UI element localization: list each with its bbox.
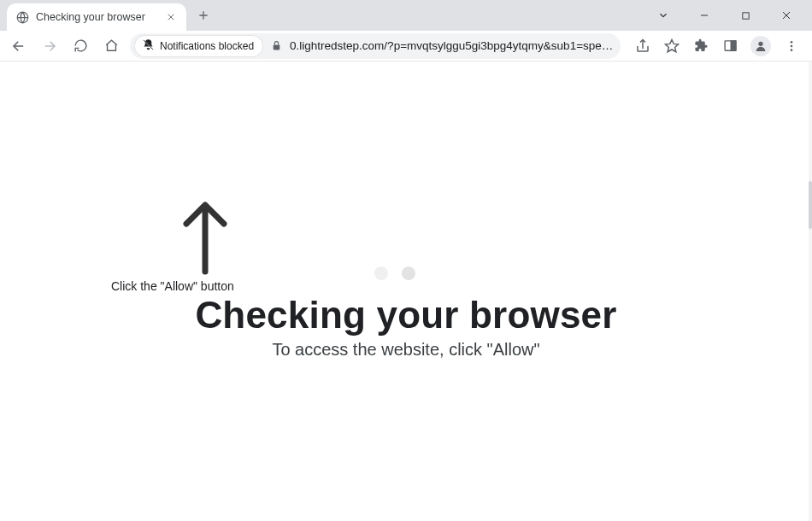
plus-icon	[197, 9, 209, 21]
svg-point-5	[758, 41, 762, 45]
reload-icon	[74, 38, 88, 53]
page-content: Click the "Allow" button Checking your b…	[0, 61, 812, 521]
toolbar-actions	[627, 36, 805, 56]
page-headline: Checking your browser	[0, 294, 812, 337]
svg-point-7	[791, 44, 793, 47]
browser-tab[interactable]: Checking your browser	[7, 3, 186, 31]
puzzle-icon	[694, 38, 709, 53]
content-scrollbar[interactable]	[809, 61, 812, 521]
loading-dot	[374, 266, 388, 280]
up-arrow-graphic	[171, 198, 239, 275]
browser-toolbar: Notifications blocked 0.lightredstep.com…	[0, 31, 812, 61]
browser-tab-strip: Checking your browser	[0, 0, 812, 31]
minimize-icon	[699, 10, 709, 20]
window-maximize-button[interactable]	[733, 3, 757, 27]
window-controls	[638, 0, 812, 31]
window-minimize-button[interactable]	[692, 3, 716, 27]
window-close-button[interactable]	[774, 3, 798, 27]
notifications-blocked-label: Notifications blocked	[160, 40, 254, 52]
notifications-blocked-chip[interactable]: Notifications blocked	[135, 36, 262, 56]
svg-rect-1	[742, 12, 748, 18]
bookmark-button[interactable]	[663, 38, 680, 55]
menu-button[interactable]	[783, 38, 800, 55]
chevron-down-icon	[657, 9, 669, 21]
svg-point-6	[791, 41, 793, 44]
forward-button[interactable]	[38, 34, 62, 58]
svg-point-8	[791, 49, 793, 51]
close-icon	[781, 10, 791, 20]
share-icon	[635, 38, 650, 54]
home-icon	[104, 38, 119, 53]
tab-title: Checking your browser	[36, 11, 157, 23]
person-icon	[754, 39, 768, 53]
maximize-icon	[741, 11, 750, 20]
star-icon	[664, 38, 680, 54]
kebab-icon	[785, 39, 798, 53]
page-subhead: To access the website, click "Allow"	[0, 340, 812, 360]
close-icon	[167, 13, 175, 21]
url-text: 0.lightredstep.com/?p=mvqtsylggu5gi3bpg4…	[290, 39, 617, 52]
new-tab-button[interactable]	[191, 3, 215, 27]
side-panel-button[interactable]	[721, 38, 738, 55]
lock-icon[interactable]	[269, 39, 283, 53]
share-button[interactable]	[634, 38, 651, 55]
extensions-button[interactable]	[692, 38, 709, 55]
profile-button[interactable]	[750, 36, 771, 56]
reload-button[interactable]	[68, 34, 92, 58]
page-headline-wrap: Checking your browser	[0, 294, 812, 337]
address-bar[interactable]: Notifications blocked 0.lightredstep.com…	[130, 33, 621, 59]
arrow-up-icon	[179, 198, 231, 275]
svg-rect-4	[731, 41, 736, 50]
home-button[interactable]	[99, 34, 123, 58]
arrow-caption: Click the "Allow" button	[111, 279, 234, 293]
loading-dots	[374, 266, 415, 280]
window-chevron-button[interactable]	[651, 3, 675, 27]
loading-dot	[402, 266, 415, 280]
arrow-left-icon	[11, 38, 26, 54]
bell-off-icon	[142, 38, 155, 54]
tab-close-button[interactable]	[164, 10, 178, 24]
side-panel-icon	[723, 38, 738, 53]
arrow-right-icon	[42, 38, 57, 54]
back-button[interactable]	[7, 34, 31, 58]
globe-icon	[15, 10, 29, 24]
svg-rect-2	[273, 44, 279, 50]
